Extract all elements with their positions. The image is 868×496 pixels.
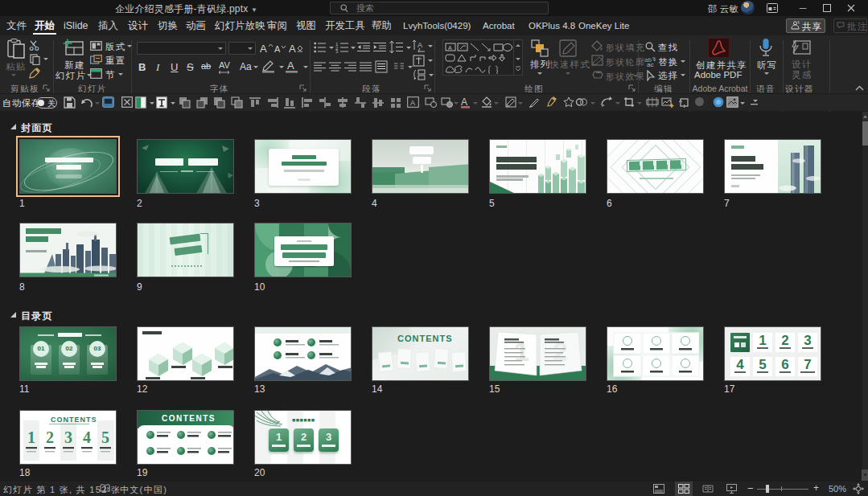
- svg-text:5: 5: [759, 357, 766, 372]
- svg-text:CONTENTS: CONTENTS: [51, 416, 97, 424]
- svg-text:ac: ac: [647, 61, 653, 67]
- svg-text:A: A: [418, 41, 422, 49]
- svg-text:3: 3: [335, 49, 339, 53]
- svg-text:6: 6: [781, 357, 788, 372]
- svg-text:1: 1: [27, 428, 35, 446]
- svg-text:7: 7: [804, 357, 811, 372]
- svg-text:1: 1: [759, 333, 766, 348]
- svg-text:1: 1: [514, 336, 529, 367]
- svg-text:4: 4: [83, 428, 91, 446]
- svg-text:4: 4: [736, 357, 744, 372]
- svg-text:2: 2: [553, 336, 568, 367]
- svg-text:A: A: [448, 45, 452, 51]
- svg-text:3: 3: [804, 333, 811, 348]
- svg-text:A: A: [410, 99, 415, 107]
- svg-text:2: 2: [46, 428, 54, 446]
- svg-text:3: 3: [64, 428, 72, 446]
- svg-text:2: 2: [781, 333, 788, 348]
- svg-text:5: 5: [101, 428, 109, 446]
- svg-text:■■■■■■: ■■■■■■: [292, 417, 315, 423]
